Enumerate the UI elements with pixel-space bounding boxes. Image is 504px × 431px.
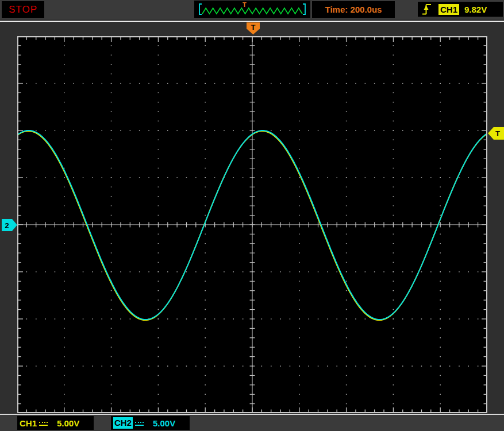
trigger-position-marker[interactable]: T — [247, 22, 260, 35]
trigger-source-chip[interactable]: CH1 — [438, 4, 459, 15]
waveform-preview-icon: T — [194, 1, 310, 18]
trigger-level-marker-label: T — [495, 129, 500, 138]
ch1-settings[interactable]: CH1 5.00V — [17, 416, 94, 430]
rising-edge-trigger-icon — [422, 3, 432, 16]
trigger-readout[interactable]: CH1 9.82V — [418, 2, 503, 17]
ch1-dc-coupling-icon — [39, 422, 48, 426]
ch2-dc-coupling-icon — [135, 422, 144, 426]
bottom-toolbar: CH1 5.00V CH2 5.00V — [0, 415, 504, 431]
toolbar-separator — [0, 21, 504, 22]
ch2-position-marker-shape — [2, 219, 17, 231]
trigger-position-marker-label: T — [251, 23, 256, 32]
ch2-settings[interactable]: CH2 5.00V — [111, 416, 190, 430]
top-toolbar: STOP T Time: 200.0us CH1 9.82V — [0, 0, 504, 20]
preview-signal-icon — [202, 8, 302, 14]
preview-right-bracket-icon — [303, 4, 305, 14]
ch2-volts-per-div: 5.00V — [153, 418, 175, 428]
trigger-level-value: 9.82V — [464, 5, 487, 14]
trigger-level-marker[interactable]: T — [488, 127, 504, 140]
oscilloscope-app: STOP T Time: 200.0us CH1 9.82V T — [0, 0, 504, 431]
timebase-value: Time: 200.0us — [325, 5, 382, 14]
ch1-volts-per-div: 5.00V — [57, 418, 79, 428]
ch2-position-marker[interactable]: 2 — [2, 219, 18, 231]
timebase-readout[interactable]: Time: 200.0us — [312, 1, 395, 18]
preview-left-bracket-icon — [199, 4, 202, 14]
acquisition-status-box[interactable]: STOP — [2, 1, 44, 18]
ch1-label[interactable]: CH1 — [20, 418, 37, 428]
preview-trigger-position-marker[interactable]: T — [243, 1, 247, 8]
ch2-position-marker-label: 2 — [5, 221, 9, 230]
acquisition-status-text: STOP — [9, 4, 37, 16]
ch2-label[interactable]: CH2 — [113, 417, 133, 429]
scope-display-graticule[interactable] — [17, 36, 487, 413]
waveform-preview[interactable]: T — [194, 1, 310, 18]
